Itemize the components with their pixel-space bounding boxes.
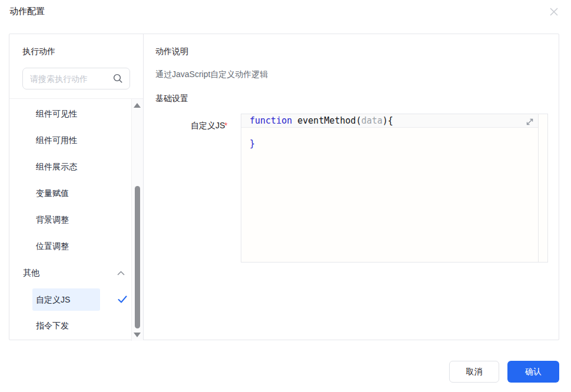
action-item-label: 组件展示态 <box>36 162 77 172</box>
action-item-label: 背景调整 <box>36 215 69 225</box>
search-icon[interactable] <box>113 74 123 84</box>
action-item-label: 自定义JS <box>32 288 100 311</box>
editor-scrollbar-track[interactable] <box>538 114 539 262</box>
action-item-label: 变量赋值 <box>36 188 69 199</box>
search-input[interactable] <box>23 74 113 84</box>
code-content[interactable]: function eventMethod(data){ } <box>241 114 393 150</box>
action-list: 组件可见性组件可用性组件展示态变量赋值背景调整位置调整其他自定义JS指令下发 <box>10 101 131 339</box>
action-item-custom-js[interactable]: 自定义JS <box>10 286 131 313</box>
action-item-component-usability[interactable]: 组件可用性 <box>10 127 131 154</box>
editor-expand-icon[interactable] <box>524 117 535 127</box>
action-item-component-display-state[interactable]: 组件展示态 <box>10 154 131 180</box>
action-desc-header: 动作说明 <box>155 46 188 57</box>
scroll-down-icon[interactable] <box>134 333 141 337</box>
main-panel: 执行动作 组件可见性组件可用性组件展示态变量赋值背景调整位置调整其他自定义JS指… <box>9 34 559 340</box>
custom-js-label: 自定义JS* <box>191 121 238 131</box>
action-item-other-group[interactable]: 其他 <box>10 260 131 286</box>
check-icon <box>118 295 127 303</box>
action-desc-text: 通过JavaScript自定义动作逻辑 <box>155 69 268 80</box>
left-panel: 执行动作 组件可见性组件可用性组件展示态变量赋值背景调整位置调整其他自定义JS指… <box>9 34 144 340</box>
action-item-label: 位置调整 <box>36 241 69 252</box>
action-item-label: 其他 <box>23 268 39 278</box>
action-item-label: 组件可用性 <box>36 135 77 146</box>
search-box[interactable] <box>22 68 130 89</box>
left-panel-divider <box>9 98 143 99</box>
cancel-button[interactable]: 取消 <box>449 361 499 383</box>
action-item-background-adjust[interactable]: 背景调整 <box>10 207 131 233</box>
action-item-label: 指令下发 <box>36 321 69 331</box>
action-item-variable-assignment[interactable]: 变量赋值 <box>10 180 131 207</box>
action-item-command-dispatch[interactable]: 指令下发 <box>10 313 131 339</box>
basic-settings-header: 基础设置 <box>155 94 188 104</box>
close-icon[interactable] <box>547 5 561 19</box>
chevron-up-icon[interactable] <box>117 270 125 276</box>
required-marker: * <box>224 121 227 130</box>
action-item-label: 组件可见性 <box>36 109 77 119</box>
action-item-component-visibility[interactable]: 组件可见性 <box>10 101 131 127</box>
scrollbar-thumb[interactable] <box>135 186 140 328</box>
confirm-button[interactable]: 确认 <box>507 361 559 383</box>
code-editor[interactable]: function eventMethod(data){ } <box>241 114 548 263</box>
dialog-title: 动作配置 <box>9 6 45 17</box>
scroll-up-icon[interactable] <box>134 103 141 108</box>
left-panel-title: 执行动作 <box>22 46 55 57</box>
action-item-position-adjust[interactable]: 位置调整 <box>10 233 131 260</box>
dialog-footer: 取消 确认 <box>449 361 559 383</box>
list-scrollbar[interactable] <box>131 99 143 341</box>
